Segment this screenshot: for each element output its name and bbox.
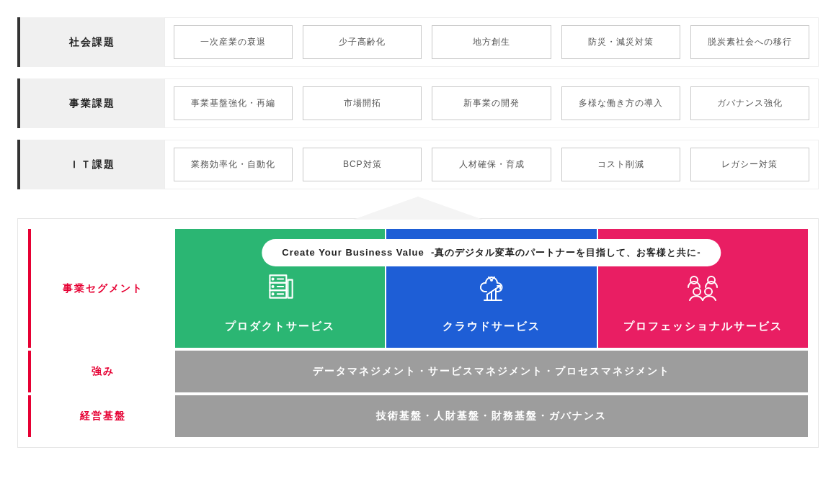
issue-tag: 少子高齢化	[303, 25, 422, 59]
svg-point-4	[272, 286, 273, 287]
svg-point-20	[705, 288, 712, 295]
segment-name: プロダクトサービス	[225, 320, 335, 333]
svg-point-5	[272, 293, 273, 294]
svg-point-19	[693, 288, 701, 295]
issue-row-label: ＩＴ課題	[20, 140, 164, 189]
slogan-bubble: Create Your Business Value -真のデジタル変革のパート…	[262, 239, 721, 266]
bottom-panel: 事業セグメント プロダクトサービス クラウドサービス プロフェッショナルサービス…	[17, 218, 819, 448]
issue-tag: 一次産業の衰退	[174, 25, 293, 59]
cloud-chart-icon	[473, 269, 510, 308]
issue-tag: 人材確保・育成	[432, 148, 551, 181]
issue-tag: 事業基盤強化・再編	[174, 86, 293, 120]
issue-tag: 市場開拓	[303, 86, 422, 120]
svg-point-3	[272, 279, 273, 280]
svg-point-10	[491, 279, 492, 281]
segment-name: プロフェッショナルサービス	[623, 320, 783, 333]
segment-name: クラウドサービス	[443, 320, 541, 333]
issue-tag: 防災・減災対策	[561, 25, 680, 59]
issue-tags: 事業基盤強化・再編市場開拓新事業の開発多様な働き方の導入ガバナンス強化	[164, 78, 819, 128]
slogan-sub: -真のデジタル変革のパートナーを目指して、お客様と共に-	[431, 247, 701, 258]
strength-label: 強み	[31, 351, 175, 392]
arrow-up	[17, 197, 819, 220]
issue-tag: 脱炭素社会への移行	[690, 25, 809, 59]
issue-tag: BCP対策	[303, 148, 422, 181]
strength-text: データマネジメント・サービスマネジメント・プロセスマネジメント	[175, 351, 808, 392]
foundation-row: 経営基盤 技術基盤・人財基盤・財務基盤・ガバナンス	[28, 395, 808, 437]
server-icon	[262, 269, 298, 308]
issue-row: 社会課題一次産業の衰退少子高齢化地方創生防災・減災対策脱炭素社会への移行	[17, 17, 819, 67]
issue-tags: 業務効率化・自動化BCP対策人材確保・育成コスト削減レガシー対策	[164, 140, 819, 189]
foundation-label: 経営基盤	[31, 395, 175, 437]
segment-row: 事業セグメント プロダクトサービス クラウドサービス プロフェッショナルサービス…	[28, 229, 808, 348]
issue-tag: 地方創生	[432, 25, 551, 59]
issue-tag: レガシー対策	[690, 148, 809, 181]
segment-row-label: 事業セグメント	[31, 229, 175, 348]
issue-row: ＩＴ課題業務効率化・自動化BCP対策人材確保・育成コスト削減レガシー対策	[17, 140, 819, 189]
issue-tag: 新事業の開発	[432, 86, 551, 120]
svg-line-11	[489, 277, 490, 279]
issue-tag: 業務効率化・自動化	[174, 148, 293, 181]
issue-tags: 一次産業の衰退少子高齢化地方創生防災・減災対策脱炭素社会への移行	[164, 17, 819, 67]
slogan-main: Create Your Business Value	[282, 247, 424, 258]
svg-rect-9	[288, 280, 292, 298]
issue-row-label: 社会課題	[20, 17, 164, 67]
issue-row-label: 事業課題	[20, 78, 164, 128]
issue-tag: 多様な働き方の導入	[561, 86, 680, 120]
issue-tag: コスト削減	[561, 148, 680, 181]
people-icon	[682, 269, 723, 308]
foundation-text: 技術基盤・人財基盤・財務基盤・ガバナンス	[175, 395, 808, 437]
issue-row: 事業課題事業基盤強化・再編市場開拓新事業の開発多様な働き方の導入ガバナンス強化	[17, 78, 819, 128]
svg-line-12	[493, 277, 494, 279]
issue-tag: ガバナンス強化	[690, 86, 809, 120]
strength-row: 強み データマネジメント・サービスマネジメント・プロセスマネジメント	[28, 351, 808, 392]
